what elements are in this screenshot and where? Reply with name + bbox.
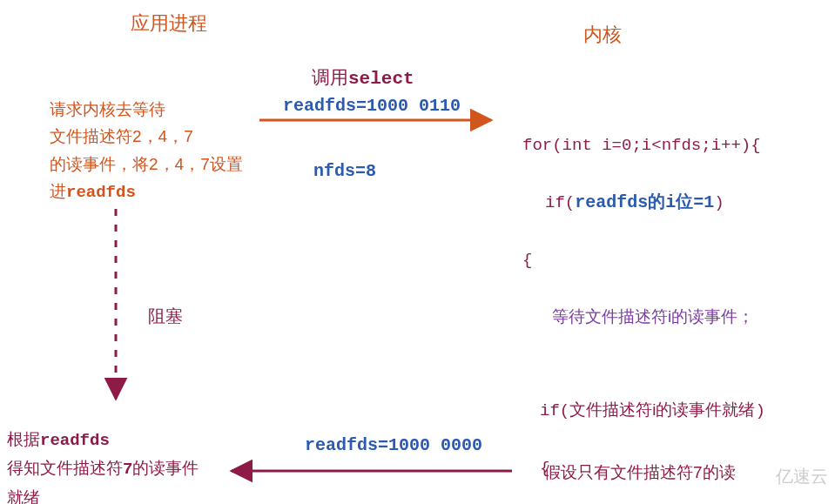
k-l2b: readfds的i位=1 [575, 192, 714, 212]
result-line1a: 根据 [7, 430, 40, 448]
result-block: 根据readfds 得知文件描述符7的读事件 就绪 [7, 426, 199, 504]
return-assumption: 假设只有文件描述符7的读 [544, 461, 736, 484]
k-l2c: ) [714, 193, 724, 212]
k-l5c: ) [755, 401, 764, 420]
k-l2a: if( [545, 193, 575, 212]
result-line2c: 的读事件 [132, 459, 199, 477]
k-l4: 等待文件描述符i的读事件； [552, 307, 754, 326]
result-line2a: 得知文件描述符 [7, 459, 123, 477]
result-line3: 就绪 [7, 484, 199, 504]
kernel-code-block: for(int i=0;i<nfds;i++){ if(readfds的i位=1… [522, 103, 765, 504]
result-line2b: 7 [123, 460, 132, 479]
result-line1: 根据readfds [7, 426, 199, 454]
k-l3: { [522, 251, 532, 270]
blocking-label: 阻塞 [148, 305, 183, 328]
result-line2: 得知文件描述符7的读事件 [7, 454, 199, 483]
k-l5b: 文件描述符i的读事件就绪 [569, 400, 755, 419]
result-line1b: readfds [40, 431, 110, 450]
return-param-readfds: readfds=1000 0000 [305, 435, 482, 455]
k-l1: for(int i=0;i<nfds;i++){ [522, 136, 761, 155]
k-l5a: if( [540, 401, 569, 420]
